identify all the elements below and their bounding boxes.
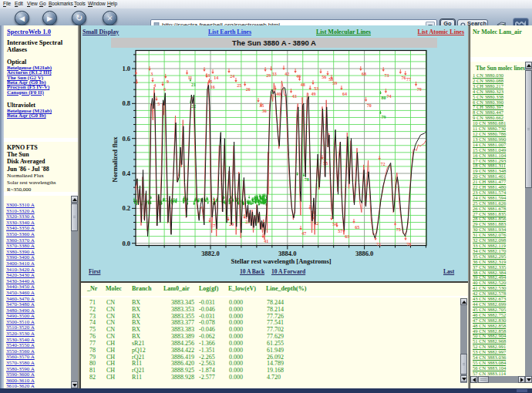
table-cell: -2.563 <box>199 360 215 367</box>
table-cell: 77 <box>89 340 96 347</box>
optical-links: Betelgeuse (M2Iab)Arcturus (K1.2 III)The… <box>7 66 81 95</box>
menu-window[interactable]: Window <box>88 1 106 6</box>
table-cell: 0.000 <box>229 354 243 361</box>
table-cell: CN <box>106 313 115 320</box>
navigation-toolbar: ◀ ▶ ↻ ✕ http://spectra.freeshell.org/spe… <box>0 8 532 26</box>
menu-edit[interactable]: Edit <box>15 1 23 6</box>
table-cell: -0.031 <box>199 313 215 320</box>
atomic-line-number: 16 <box>210 85 215 89</box>
target-info-line: Normalized Flux <box>7 173 81 180</box>
menu-bookmarks[interactable]: Bookmarks <box>49 1 73 6</box>
x-tick-label: 3884.0 <box>278 250 296 257</box>
table-cell: BX <box>132 313 140 320</box>
back-button[interactable]: ◀ <box>15 11 29 25</box>
nav-last-link[interactable]: Last <box>443 268 454 275</box>
table-cell: 0.000 <box>229 319 243 326</box>
scrollbar-thumb[interactable] <box>460 354 467 375</box>
atomic-line-number: 48 <box>301 82 305 87</box>
target-info-bold: KPNO FTSThe SunDisk AveragedJun '86 - Ju… <box>7 144 81 173</box>
table-column-header: Line_depth(%) <box>266 285 306 292</box>
wavelength-link-list: 3300-3310 A3310-3320 A3320-3330 A3330-33… <box>6 203 35 388</box>
scroll-down-button[interactable] <box>525 376 532 383</box>
table-cell: BX <box>132 333 140 340</box>
scroll-right-button[interactable] <box>518 376 525 383</box>
scroll-up-button[interactable] <box>460 298 467 305</box>
frame-molec-list: The Sun molec lines 1 CN 3880.0302 CN 38… <box>470 62 532 388</box>
menu-view[interactable]: View <box>27 1 38 6</box>
atomic-line-number: 71 <box>376 242 381 247</box>
spectroweb-link[interactable]: SpectroWeb 1.0 <box>7 28 51 35</box>
menu-help[interactable]: Help <box>107 1 117 6</box>
atomic-line-number: 5 <box>157 102 160 106</box>
back-arrow-icon: ◀ <box>15 12 29 25</box>
molec-scrollbar-vertical[interactable] <box>525 62 532 383</box>
frame-table-header: _NrMolecBranchLam0_airLog(gf)E_low(eV)Li… <box>81 283 468 296</box>
atlases-heading: Interactive Spectral Atlases <box>7 39 81 53</box>
table-cell: -0.031 <box>199 299 215 306</box>
forward-button[interactable]: ▶ <box>42 11 57 25</box>
table-cell: CN <box>106 319 115 326</box>
table-cell: 61.949 <box>267 347 284 354</box>
table-cell: -1.366 <box>199 340 215 347</box>
table-cell: BX <box>132 306 140 313</box>
scrollbar-thumb[interactable] <box>525 70 532 188</box>
wavelength-scrollbar[interactable] <box>71 196 78 388</box>
molecular-line-number: 80 <box>382 96 386 100</box>
menu-file[interactable]: File <box>3 1 11 6</box>
table-cell: 72 <box>89 306 96 313</box>
table-cell: CH <box>106 374 115 381</box>
target-info-line: Solar rest wavelengths <box>7 180 81 186</box>
atomic-line-number: 29 <box>266 73 271 78</box>
table-cell: BX <box>132 326 140 333</box>
table-cell: 78 <box>89 347 96 354</box>
wavelength-range-link[interactable]: 3610-3620 A <box>6 383 35 388</box>
stop-button[interactable]: ✕ <box>103 11 117 25</box>
atomic-line-number: 76 <box>402 76 406 80</box>
table-column-header: E_low(eV) <box>228 285 256 292</box>
plot-background <box>136 51 426 246</box>
table-cell: -0.046 <box>199 306 215 313</box>
molecular-line-number: 21 <box>191 82 196 87</box>
table-column-header: Branch <box>132 285 151 292</box>
table-scrollbar[interactable] <box>460 298 467 383</box>
atomic-line-number: 75 <box>396 227 401 232</box>
table-cell: 75 <box>89 326 96 333</box>
scroll-up-button[interactable] <box>71 196 78 203</box>
table-cell: 0.000 <box>229 306 243 313</box>
scrollbar-thumb[interactable] <box>478 376 489 383</box>
nav-back-link[interactable]: 10 A Back <box>240 268 264 275</box>
scrollbar-thumb[interactable] <box>71 203 78 231</box>
atomic-line-number: 59 <box>332 81 337 86</box>
table-cell: 78.244 <box>267 299 284 306</box>
table-cell: 0.000 <box>229 333 243 340</box>
reload-button[interactable]: ↻ <box>72 11 86 25</box>
atomic-line-number: 11 <box>188 76 193 80</box>
reload-icon: ↻ <box>72 12 86 25</box>
molec-scrollbar-horizontal[interactable] <box>470 376 525 383</box>
y-axis-title: Normalized flux <box>111 136 119 183</box>
scroll-down-button[interactable] <box>71 381 78 388</box>
table-cell: 74 <box>89 319 96 326</box>
scroll-left-button[interactable] <box>470 376 477 383</box>
table-cell: 3888.925 <box>171 367 194 374</box>
menu-go[interactable]: Go <box>39 1 45 6</box>
table-cell: 0.000 <box>229 340 243 347</box>
atlas-link[interactable]: Canopus (F0 II) <box>7 89 44 96</box>
atomic-line-number: 78 <box>406 242 411 247</box>
atomic-line-number: 73 <box>384 73 389 78</box>
atomic-line-number: 74 <box>387 94 392 99</box>
atomic-line-number: 6 <box>163 87 166 92</box>
nav-first-link[interactable]: First <box>89 268 100 275</box>
scroll-down-button[interactable] <box>460 375 467 382</box>
table-cell: CH <box>106 340 115 347</box>
nav-forward-link[interactable]: 10 A Forward <box>271 268 305 275</box>
atlas-link[interactable]: Beta Aqr (G0 Ib) <box>7 113 46 119</box>
frame-spectrum-plot: Small Display List Earth Lines List Mole… <box>81 25 468 281</box>
table-cell: -0.062 <box>199 333 215 340</box>
scroll-up-button[interactable] <box>525 62 532 69</box>
atomic-line-number: 63 <box>345 234 349 239</box>
table-cell: 76 <box>89 333 96 340</box>
menu-tools[interactable]: Tools <box>74 1 86 6</box>
resize-grip <box>517 389 527 392</box>
table-cell: 3886.419 <box>171 354 194 361</box>
